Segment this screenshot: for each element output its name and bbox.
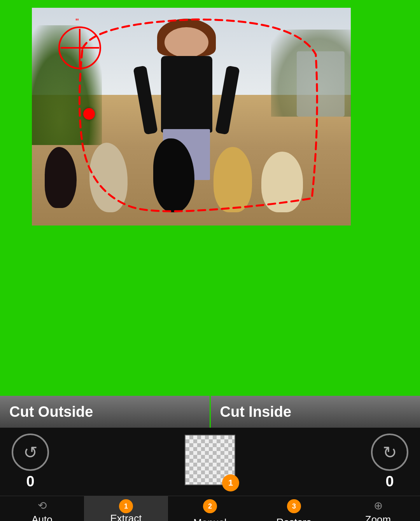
tab-auto[interactable]: ⟲ Auto bbox=[0, 496, 84, 521]
manual-label: Manual bbox=[193, 517, 226, 521]
rotate-right-icon: ↻ bbox=[383, 442, 397, 462]
rotate-left-control[interactable]: ↺ 0 bbox=[12, 434, 49, 490]
cut-outside-button[interactable]: Cut Outside bbox=[0, 396, 211, 428]
rotate-right-value: 0 bbox=[385, 473, 394, 490]
rotate-right-control[interactable]: ↻ 0 bbox=[371, 434, 408, 490]
cut-buttons-bar: Cut Outside Cut Inside bbox=[0, 396, 420, 428]
restore-label: Restore bbox=[276, 516, 312, 521]
auto-label: Auto bbox=[32, 514, 52, 521]
extract-thumbnail-wrap[interactable]: 1 bbox=[185, 435, 235, 485]
cut-inside-button[interactable]: Cut Inside bbox=[211, 396, 420, 428]
tab-restore[interactable]: 3 — Restore bbox=[252, 496, 336, 521]
green-spacer bbox=[0, 226, 420, 389]
auto-icon: ⟲ bbox=[38, 499, 47, 512]
zoom-label: Zoom bbox=[365, 514, 391, 521]
tab-extract[interactable]: 1 Extract bbox=[84, 496, 168, 521]
photo-background: '' bbox=[32, 8, 351, 226]
rotate-right-button[interactable]: ↻ bbox=[371, 434, 408, 471]
restore-tab-badge: 3 bbox=[287, 499, 301, 513]
zoom-icon: ⊕ bbox=[374, 499, 383, 512]
rotate-left-button[interactable]: ↺ bbox=[12, 434, 49, 471]
crosshair-v-line bbox=[79, 29, 80, 67]
rotate-left-icon: ↺ bbox=[23, 442, 38, 462]
image-canvas[interactable]: '' bbox=[32, 8, 351, 226]
extract-tab-badge: 1 bbox=[119, 499, 133, 513]
tick-marks: '' bbox=[75, 18, 79, 25]
toolbar: ↺ 0 1 ↻ 0 ⟲ Auto 1 Extract bbox=[0, 428, 420, 521]
toolbar-nav-row: ⟲ Auto 1 Extract 2 ⌃ Manual 3 — Restore … bbox=[0, 496, 420, 521]
rotate-left-value: 0 bbox=[26, 473, 34, 490]
manual-tab-badge: 2 bbox=[203, 499, 217, 513]
cut-inside-label: Cut Inside bbox=[220, 404, 292, 420]
extract-badge: 1 bbox=[222, 474, 239, 491]
toolbar-top-row: ↺ 0 1 ↻ 0 bbox=[0, 428, 420, 496]
tab-manual[interactable]: 2 ⌃ Manual bbox=[168, 496, 252, 521]
tab-zoom[interactable]: ⊕ Zoom bbox=[336, 496, 420, 521]
extract-label: Extract bbox=[110, 512, 142, 521]
lasso-handle[interactable] bbox=[83, 108, 95, 120]
cut-outside-label: Cut Outside bbox=[9, 404, 93, 420]
crosshair[interactable]: '' bbox=[58, 26, 101, 69]
